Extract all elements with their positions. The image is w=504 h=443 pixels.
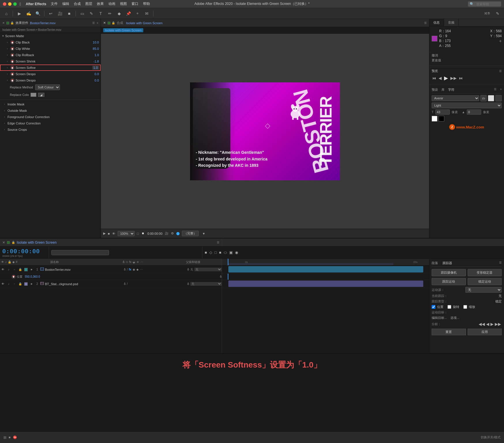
replace-color-picker-icon[interactable]: ◢ <box>38 93 44 97</box>
source-crops-group[interactable]: › Source Crops <box>0 126 101 133</box>
layer-1-parent-select[interactable]: 无 <box>194 268 222 271</box>
effects-panel-close[interactable]: ✕ <box>2 21 5 24</box>
preview-next-btn[interactable]: ▶▶ <box>450 76 457 80</box>
hand-tool[interactable]: ✍ <box>25 10 33 18</box>
motion-source-select[interactable]: 无 <box>465 287 502 293</box>
layer-2-color-swatch[interactable] <box>23 282 29 286</box>
preview-last-btn[interactable]: ⏭ <box>458 76 464 80</box>
outside-mask-group[interactable]: › Outside Mask <box>0 107 101 114</box>
tracker-menu-icon[interactable]: ☰ <box>499 261 502 265</box>
close-button[interactable] <box>3 2 6 6</box>
screen-despo-2-stopwatch-icon[interactable]: ⏰ <box>10 78 14 82</box>
transform-tool[interactable]: ■ <box>65 10 73 18</box>
timeline-search-input[interactable] <box>51 250 109 255</box>
tracker-tab[interactable]: 跟踪器 <box>443 261 452 265</box>
font-eyedropper-icon[interactable]: 🗁 <box>480 95 487 101</box>
timecode-display[interactable]: 0:00:00:00 <box>2 248 46 255</box>
screen-shrink-stopwatch-icon[interactable]: ⏰ <box>10 59 14 63</box>
font-size-input[interactable] <box>435 109 450 115</box>
clip-white-value[interactable]: 85.0 <box>93 47 99 50</box>
rotate-checkbox[interactable] <box>447 305 451 309</box>
analyze-next-icon[interactable]: ▶▶ <box>494 322 502 326</box>
brush-tool[interactable]: ✏ <box>106 10 114 18</box>
menu-help[interactable]: 帮助 <box>143 1 150 6</box>
library-tab[interactable]: 库 <box>441 88 445 92</box>
pin-tool[interactable]: 📌 <box>124 10 132 18</box>
zoom-select[interactable]: 100% <box>118 231 135 236</box>
character-tab[interactable]: 字符 <box>448 88 454 92</box>
edge-colour-group[interactable]: › Edge Colour Correction <box>0 120 101 126</box>
edit-target-link[interactable]: 编辑目标... <box>432 316 447 320</box>
layer-1-blend-icon[interactable]: / <box>127 268 128 271</box>
layer-1-parent-icon[interactable]: ⛢ <box>187 268 189 271</box>
track-motion-btn[interactable]: 跟踪运动 <box>432 278 466 285</box>
screen-softness-row[interactable]: › ⏰ Screen Softne 1.0 <box>0 65 101 71</box>
layer-2-anchor-icon[interactable]: ⛢ <box>124 282 126 285</box>
font-secondary-color-btn[interactable] <box>495 95 502 101</box>
effects-panel-expand-icon[interactable]: » <box>97 21 98 24</box>
align-tool[interactable]: 对齐 <box>483 10 491 18</box>
tl-menu-icon[interactable]: ☰ <box>217 241 219 244</box>
screen-softness-stopwatch-icon[interactable]: ⏰ <box>10 66 14 70</box>
layer-2-lock-icon[interactable]: 🔒 <box>17 282 23 285</box>
playhead[interactable] <box>228 259 228 265</box>
screen-softness-value[interactable]: 1.0 <box>92 66 99 70</box>
screen-shrink-row[interactable]: › ⏰ Screen Shrink -1.8 <box>0 58 101 65</box>
preview-play-btn[interactable]: ▶ <box>443 75 449 81</box>
analyze-next-one-icon[interactable]: ▶ <box>490 322 494 326</box>
screen-matte-group[interactable]: ▼ Screen Matte <box>0 33 101 39</box>
position-checkbox[interactable] <box>432 305 435 309</box>
menu-effects[interactable]: 效果 <box>97 1 104 6</box>
layer-2-parent-select[interactable]: 无 <box>190 282 222 286</box>
layer-1-diamond-icon[interactable]: ◆ <box>136 268 139 271</box>
undo-link[interactable]: 撤消 <box>432 53 502 58</box>
viewer-close-icon[interactable]: ✕ <box>103 21 106 25</box>
font-style-select[interactable]: Light <box>432 103 502 108</box>
maximize-button[interactable] <box>13 2 17 6</box>
analyze-prev-one-icon[interactable]: ◀ <box>486 322 490 326</box>
font-color-btn[interactable] <box>488 95 494 101</box>
help-search-input[interactable] <box>476 2 499 6</box>
menu-view[interactable]: 视图 <box>120 1 127 6</box>
replace-color-swatch[interactable] <box>31 93 36 97</box>
statusbar-icon-2[interactable]: ■ <box>9 436 11 439</box>
options-link[interactable]: 选项... <box>450 316 459 320</box>
apple-menu[interactable]:  <box>20 2 21 6</box>
statusbar-icon-1[interactable]: ▤ <box>3 436 6 439</box>
info-tab[interactable]: 信息 <box>429 19 444 26</box>
reset-btn[interactable]: 重置 <box>432 329 466 335</box>
scale-checkbox[interactable] <box>463 305 467 309</box>
layer-2-name[interactable]: BT_Stat...ckground.psd <box>45 282 124 286</box>
apply-btn[interactable]: 应用 <box>468 329 502 335</box>
layer-1-lock-icon[interactable]: 🔒 <box>17 268 23 271</box>
tl-close-icon[interactable]: ✕ <box>2 241 5 245</box>
preview-first-btn[interactable]: ⏮ <box>432 76 437 80</box>
shape-tool[interactable]: ⚬ <box>133 10 142 18</box>
clip-rollback-stopwatch-icon[interactable]: ⏰ <box>10 53 14 57</box>
layer-1-eye-icon[interactable]: 👁 <box>0 268 6 271</box>
clip-black-stopwatch-icon[interactable]: ⏰ <box>10 40 14 44</box>
tl-ctrl-icon-2[interactable]: ◇ <box>209 250 212 255</box>
warp-stabilizer-btn[interactable]: 变形稳定器 <box>468 269 502 276</box>
font-name-select[interactable]: Avenir <box>432 95 479 101</box>
layer-1-color-swatch[interactable] <box>23 268 29 271</box>
layer-1-dots-icon[interactable]: ⋯ <box>140 268 143 271</box>
layer-1-solo-icon[interactable]: ○ <box>12 268 17 271</box>
pos-value[interactable]: 550.0,360.0 <box>25 275 40 278</box>
screen-despo-1-value[interactable]: 0.0 <box>95 72 99 76</box>
text-tool[interactable]: T <box>97 10 105 18</box>
screen-despo-2-value[interactable]: 0.0 <box>95 79 99 82</box>
tl-ctrl-icon-1[interactable]: ■ <box>205 250 207 255</box>
rect-tool[interactable]: ▭ <box>78 10 86 18</box>
layer-1-name[interactable]: BostonTerrier.mov <box>45 268 124 271</box>
screen-despo-2-row[interactable]: › ⏰ Screen Despo 0.0 <box>0 77 101 84</box>
quality-badge[interactable]: （完整） <box>182 231 199 236</box>
pen-tool[interactable]: ✎ <box>87 10 95 18</box>
fg-colour-group[interactable]: › Foreground Colour Correction <box>0 114 101 120</box>
presets-tab[interactable]: 预设 <box>432 88 438 92</box>
viewer-icon-2[interactable]: ■ <box>108 232 110 235</box>
viewer-icon-3[interactable]: 👁 <box>112 232 115 235</box>
viewer-icon-4[interactable]: □ <box>137 232 139 235</box>
puppet-tool[interactable]: ✉ <box>143 10 151 18</box>
effects-panel-menu-icon[interactable]: ☰ <box>92 21 95 24</box>
